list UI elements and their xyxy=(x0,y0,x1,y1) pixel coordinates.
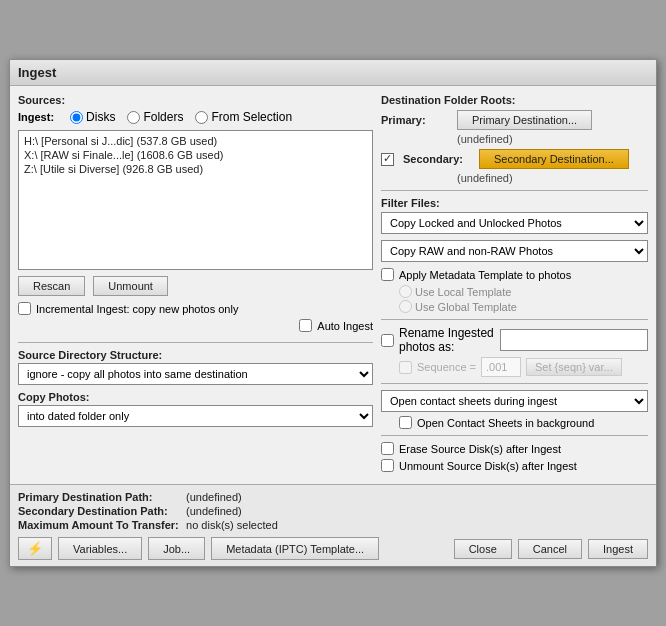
metadata-section: Apply Metadata Template to photos Use Lo… xyxy=(381,268,648,313)
cancel-button[interactable]: Cancel xyxy=(518,539,582,559)
disks-radio-label[interactable]: Disks xyxy=(70,110,115,124)
filter-select-1[interactable]: Copy Locked and Unlocked Photos xyxy=(381,212,648,234)
filter-label: Filter Files: xyxy=(381,197,648,209)
metadata-template-label: Apply Metadata Template to photos xyxy=(399,269,571,281)
from-selection-radio[interactable] xyxy=(195,111,208,124)
local-template-radio xyxy=(399,285,412,298)
secondary-dest-checkbox[interactable] xyxy=(381,153,394,166)
destination-section: Destination Folder Roots: Primary: Prima… xyxy=(381,94,648,184)
file-item-1[interactable]: H:\ [Personal si J...dic] (537.8 GB used… xyxy=(22,134,369,148)
file-item-3[interactable]: Z:\ [Utile si Diverse] (926.8 GB used) xyxy=(22,162,369,176)
sources-label: Sources: xyxy=(18,94,373,106)
contact-sheets-background-label: Open Contact Sheets in background xyxy=(417,417,594,429)
primary-dest-button[interactable]: Primary Destination... xyxy=(457,110,592,130)
auto-ingest-checkbox[interactable] xyxy=(299,319,312,332)
folders-radio-label[interactable]: Folders xyxy=(127,110,183,124)
copy-photos-row: Copy Photos: into dated folder only xyxy=(18,391,373,427)
sequence-input xyxy=(481,357,521,377)
contact-sheets-background-row: Open Contact Sheets in background xyxy=(381,416,648,429)
global-template-label: Use Global Template xyxy=(415,301,517,313)
source-directory-row: Source Directory Structure: ignore - cop… xyxy=(18,349,373,385)
unmount-row: Unmount Source Disk(s) after Ingest xyxy=(381,459,648,472)
secondary-dest-button[interactable]: Secondary Destination... xyxy=(479,149,629,169)
incremental-ingest-checkbox[interactable] xyxy=(18,302,31,315)
metadata-template-checkbox[interactable] xyxy=(381,268,394,281)
primary-path-value: (undefined) xyxy=(186,491,242,503)
disk-list[interactable]: H:\ [Personal si J...dic] (537.8 GB used… xyxy=(18,130,373,270)
sequence-checkbox xyxy=(399,361,412,374)
rename-section: Rename Ingested photos as: Sequence = Se… xyxy=(381,326,648,377)
secondary-path-label: Secondary Destination Path: xyxy=(18,505,183,517)
footer-buttons: ⚡ Variables... Job... Metadata (IPTC) Te… xyxy=(18,537,648,560)
contact-sheets-dropdown-row: Open contact sheets during ingest xyxy=(381,390,648,412)
job-button[interactable]: Job... xyxy=(148,537,205,560)
close-button[interactable]: Close xyxy=(454,539,512,559)
dest-roots-label: Destination Folder Roots: xyxy=(381,94,648,106)
primary-path-info: Primary Destination Path: (undefined) xyxy=(18,491,648,503)
template-options: Use Local Template Use Global Template xyxy=(381,285,648,313)
auto-ingest-group: Auto Ingest xyxy=(299,319,373,332)
secondary-path-value: (undefined) xyxy=(186,505,242,517)
left-panel: Sources: Ingest: Disks Folders From Sele… xyxy=(18,94,373,476)
incremental-ingest-row: Incremental Ingest: copy new photos only xyxy=(18,302,373,315)
unmount-after-label: Unmount Source Disk(s) after Ingest xyxy=(399,460,577,472)
metadata-iptc-button[interactable]: Metadata (IPTC) Template... xyxy=(211,537,379,560)
unmount-button[interactable]: Unmount xyxy=(93,276,168,296)
separator-5 xyxy=(381,435,648,436)
secondary-dest-row: Secondary: Secondary Destination... xyxy=(381,149,648,169)
secondary-path-info: Secondary Destination Path: (undefined) xyxy=(18,505,648,517)
dialog-title: Ingest xyxy=(10,60,656,86)
filter-select-2[interactable]: Copy RAW and non-RAW Photos xyxy=(381,240,648,262)
rename-input[interactable] xyxy=(500,329,648,351)
right-panel: Destination Folder Roots: Primary: Prima… xyxy=(381,94,648,476)
max-transfer-value: no disk(s) selected xyxy=(186,519,278,531)
lightning-button[interactable]: ⚡ xyxy=(18,537,52,560)
local-template-row: Use Local Template xyxy=(399,285,648,298)
rescan-unmount-row: Rescan Unmount xyxy=(18,276,373,296)
source-directory-select[interactable]: ignore - copy all photos into same desti… xyxy=(18,363,373,385)
bottom-bar: Primary Destination Path: (undefined) Se… xyxy=(10,484,656,566)
erase-row: Erase Source Disk(s) after Ingest xyxy=(381,442,648,455)
secondary-dest-label: Secondary: xyxy=(403,153,473,165)
sequence-row: Sequence = Set {seqn} var... xyxy=(381,357,648,377)
copy-photos-select[interactable]: into dated folder only xyxy=(18,405,373,427)
rename-row: Rename Ingested photos as: xyxy=(381,326,648,354)
source-directory-label: Source Directory Structure: xyxy=(18,349,373,361)
auto-ingest-label: Auto Ingest xyxy=(317,320,373,332)
primary-dest-row: Primary: Primary Destination... xyxy=(381,110,648,130)
from-selection-radio-label[interactable]: From Selection xyxy=(195,110,292,124)
rescan-button[interactable]: Rescan xyxy=(18,276,85,296)
global-template-row: Use Global Template xyxy=(399,300,648,313)
folders-label: Folders xyxy=(143,110,183,124)
primary-dest-label: Primary: xyxy=(381,114,451,126)
copy-photos-label: Copy Photos: xyxy=(18,391,373,403)
erase-label: Erase Source Disk(s) after Ingest xyxy=(399,443,561,455)
ingest-button[interactable]: Ingest xyxy=(588,539,648,559)
footer-right-buttons: Close Cancel Ingest xyxy=(454,539,648,559)
filter-section: Filter Files: Copy Locked and Unlocked P… xyxy=(381,197,648,262)
max-transfer-info: Maximum Amount To Transfer: no disk(s) s… xyxy=(18,519,648,531)
variables-button[interactable]: Variables... xyxy=(58,537,142,560)
disks-radio[interactable] xyxy=(70,111,83,124)
secondary-undefined: (undefined) xyxy=(381,172,648,184)
filter-dropdown-2: Copy RAW and non-RAW Photos xyxy=(381,240,648,262)
set-seqn-button: Set {seqn} var... xyxy=(526,358,622,376)
unmount-after-checkbox[interactable] xyxy=(381,459,394,472)
erase-checkbox[interactable] xyxy=(381,442,394,455)
disks-label: Disks xyxy=(86,110,115,124)
max-transfer-label: Maximum Amount To Transfer: xyxy=(18,519,183,531)
rename-label: Rename Ingested photos as: xyxy=(399,326,495,354)
rename-checkbox[interactable] xyxy=(381,334,394,347)
incremental-ingest-label: Incremental Ingest: copy new photos only xyxy=(36,303,238,315)
contact-sheets-background-checkbox[interactable] xyxy=(399,416,412,429)
separator-1 xyxy=(18,342,373,343)
separator-4 xyxy=(381,383,648,384)
local-template-label: Use Local Template xyxy=(415,286,511,298)
metadata-template-row: Apply Metadata Template to photos xyxy=(381,268,648,281)
folders-radio[interactable] xyxy=(127,111,140,124)
file-item-2[interactable]: X:\ [RAW si Finale...le] (1608.6 GB used… xyxy=(22,148,369,162)
sequence-label: Sequence = xyxy=(417,361,476,373)
filter-dropdown-1: Copy Locked and Unlocked Photos xyxy=(381,212,648,234)
contact-sheets-select[interactable]: Open contact sheets during ingest xyxy=(381,390,648,412)
primary-path-label: Primary Destination Path: xyxy=(18,491,183,503)
